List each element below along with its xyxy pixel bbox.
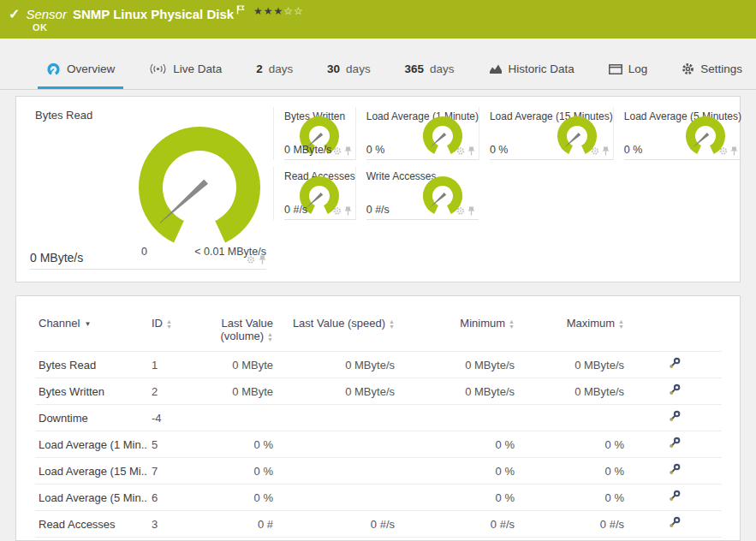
tab-settings[interactable]: Settings (673, 51, 751, 89)
minimum-value: 0 #/s (398, 511, 518, 538)
priority-stars-filled[interactable]: ★★★ (253, 5, 283, 17)
channel-id: 1 (148, 352, 201, 378)
edit-channel-wrench-icon[interactable] (669, 357, 682, 372)
channel-name[interactable]: Downtime (35, 405, 148, 431)
pin-icon[interactable] (467, 204, 475, 219)
sort-desc-icon: ▼ (84, 320, 91, 328)
channel-id: 4 (148, 538, 201, 541)
priority-stars[interactable]: ★★★☆☆ (253, 5, 304, 17)
priority-stars-empty[interactable]: ☆☆ (283, 5, 304, 17)
channel-row[interactable]: Load Average (5 Min... 6 0 % 0 % 0 % (35, 485, 722, 511)
col-last-value-speed[interactable]: Last Value (speed)▲▼ (277, 313, 398, 352)
flag-icon[interactable] (236, 3, 245, 18)
small-gauge-cell: Load Average (1 Minute) 0 % (355, 107, 479, 160)
channel-name[interactable]: Load Average (15 Mi... (35, 458, 148, 485)
channel-row[interactable]: Load Average (1 Min... 5 0 % 0 % 0 % (35, 431, 722, 458)
gear-icon[interactable] (456, 204, 465, 219)
col-id[interactable]: ID▲▼ (148, 313, 201, 352)
small-gauge-cell: Bytes Written 0 MByte/s (273, 107, 355, 160)
maximum-value (518, 405, 628, 431)
last-value-speed: 0 #/s (277, 511, 398, 538)
gear-icon[interactable] (591, 144, 599, 159)
edit-channel-wrench-icon[interactable] (669, 490, 682, 505)
tab-30-days[interactable]: 30 days (318, 51, 379, 89)
small-gauge-cell: Load Average (15 Minutes) 0 % (479, 107, 613, 160)
last-value-speed: 0 MByte/s (277, 352, 398, 378)
channel-row[interactable]: Read Accesses 3 0 # 0 #/s 0 #/s 0 #/s (35, 511, 722, 538)
broadcast-icon (149, 63, 167, 74)
last-value-volume: 0 MByte (201, 378, 277, 405)
tab-365-days[interactable]: 365 days (396, 51, 463, 89)
edit-channel-wrench-icon[interactable] (669, 463, 682, 479)
edit-channel-wrench-icon[interactable] (669, 437, 682, 452)
edit-channel-wrench-icon[interactable] (669, 383, 682, 399)
channel-id: 7 (148, 458, 201, 485)
maximum-value: 0 #/s (518, 538, 628, 541)
minimum-value (398, 405, 518, 431)
sort-icon: ▲▼ (389, 319, 395, 330)
channel-name[interactable]: Bytes Read (35, 352, 148, 378)
channel-name[interactable]: Read Accesses (35, 511, 148, 538)
col-maximum[interactable]: Maximum▲▼ (518, 313, 628, 352)
gauges-panel: Bytes Read 0 MByte/s 0 < 0.01 MByte/s (15, 96, 741, 282)
edit-channel-wrench-icon[interactable] (669, 410, 682, 425)
gauge-value: 0 #/s (366, 204, 390, 216)
channel-name[interactable]: Load Average (1 Min... (35, 431, 148, 458)
channel-name[interactable]: Bytes Written (35, 378, 148, 405)
last-value-volume: 0 # (201, 511, 277, 538)
channel-name[interactable]: Load Average (5 Min... (35, 485, 148, 511)
maximum-value: 0 % (518, 485, 628, 511)
minimum-value: 0 MByte/s (398, 352, 518, 378)
pin-icon[interactable] (259, 253, 266, 268)
gear-icon[interactable] (719, 144, 728, 159)
col-minimum[interactable]: Minimum▲▼ (398, 313, 518, 352)
tab-live-data[interactable]: Live Data (140, 51, 230, 89)
col-last-value-volume[interactable]: Last Value (volume)▲▼ (201, 313, 277, 352)
tab-historic-data[interactable]: Historic Data (480, 51, 583, 89)
object-kind-label: Sensor (26, 7, 67, 21)
channel-id: 2 (148, 378, 201, 405)
primary-gauge-bytes-read: Bytes Read 0 MByte/s 0 < 0.01 MByte/s (16, 97, 273, 283)
channel-row[interactable]: Load Average (15 Mi... 7 0 % 0 % 0 % (35, 458, 722, 485)
sensor-status-badge: OK (33, 22, 47, 33)
channel-row[interactable]: Bytes Written 2 0 MByte 0 MByte/s 0 MByt… (35, 378, 722, 405)
sort-icon: ▲▼ (509, 319, 515, 330)
col-channel[interactable]: Channel▼ (35, 313, 148, 352)
last-value-volume: 0 % (201, 485, 277, 511)
pin-icon[interactable] (344, 144, 352, 159)
last-value-speed (277, 405, 398, 431)
gear-icon[interactable] (333, 144, 342, 159)
gauge-icon (46, 62, 61, 75)
channel-row[interactable]: Write Accesses 4 0 # 0 #/s 0 #/s 0 #/s (35, 538, 722, 541)
gauge-value: 0 % (366, 144, 385, 156)
tab-log[interactable]: Log (600, 51, 657, 89)
minimum-value: 0 % (398, 485, 518, 511)
channel-table: Channel▼ ID▲▼ Last Value (volume)▲▼ Last… (35, 313, 722, 541)
channel-id: 6 (148, 485, 201, 511)
gear-icon[interactable] (456, 144, 465, 159)
col-actions (628, 313, 722, 352)
channel-name[interactable]: Write Accesses (35, 538, 148, 541)
tab-overview[interactable]: Overview (38, 51, 123, 89)
channel-row[interactable]: Downtime -4 (35, 405, 722, 431)
last-value-speed (277, 431, 398, 458)
gear-icon[interactable] (333, 204, 342, 219)
tab-2-days[interactable]: 2 days (247, 51, 301, 89)
last-value-speed (277, 458, 398, 485)
gauge-arc[interactable] (131, 121, 268, 251)
minimum-value: 0 % (398, 431, 518, 458)
sort-icon: ▲▼ (166, 319, 172, 330)
channel-id: 5 (148, 431, 201, 458)
tab-number: 30 (327, 62, 340, 75)
edit-channel-wrench-icon[interactable] (669, 516, 682, 532)
gauge-value: 0 #/s (284, 204, 307, 216)
pin-icon[interactable] (467, 144, 475, 159)
pin-icon[interactable] (730, 144, 738, 159)
tab-label: Overview (67, 62, 115, 75)
channel-row[interactable]: Bytes Read 1 0 MByte 0 MByte/s 0 MByte/s… (35, 352, 722, 378)
gear-icon[interactable] (247, 253, 255, 268)
channel-id: 3 (148, 511, 201, 538)
pin-icon[interactable] (344, 204, 352, 219)
sensor-tabbar: Overview Live Data 2 days 30 days 365 da… (0, 51, 756, 90)
pin-icon[interactable] (602, 144, 610, 159)
